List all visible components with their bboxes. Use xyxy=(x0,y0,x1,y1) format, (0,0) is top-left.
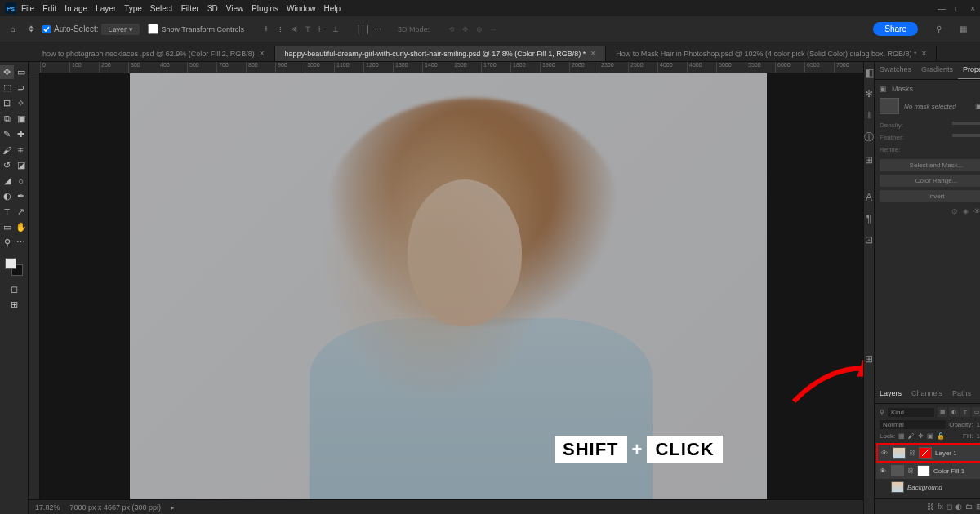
visibility-icon[interactable]: 👁 xyxy=(880,467,888,475)
align-right-icon[interactable]: ⫷ xyxy=(288,24,300,35)
load-selection-icon[interactable]: ⊙ xyxy=(951,207,958,215)
stamp-tool[interactable]: ⧧ xyxy=(14,143,28,157)
menu-layer[interactable]: Layer xyxy=(96,4,116,13)
zoom-tool[interactable]: ⚲ xyxy=(0,236,14,250)
menu-edit[interactable]: Edit xyxy=(42,4,56,13)
eyedropper-tool[interactable]: ✎ xyxy=(0,127,14,141)
tab-paths[interactable]: Paths xyxy=(947,386,976,403)
3d-dolly-icon[interactable]: ⊕ xyxy=(474,24,485,35)
add-mask-icon[interactable]: ◻ xyxy=(947,503,952,511)
visibility-icon[interactable]: 👁 xyxy=(881,450,889,457)
move-tool[interactable]: ✥ xyxy=(0,65,14,79)
layer-item-layer1[interactable]: 👁 ⛓ Layer 1 xyxy=(876,443,980,463)
menu-help[interactable]: Help xyxy=(324,4,341,13)
paragraph-panel-icon[interactable]: ¶ xyxy=(866,213,871,224)
3d-orbit-icon[interactable]: ⟲ xyxy=(446,24,457,35)
show-transform-checkbox[interactable] xyxy=(148,24,158,34)
menu-view[interactable]: View xyxy=(226,4,244,13)
edit-toolbar[interactable]: ⋯ xyxy=(14,236,28,250)
tab-channels[interactable]: Channels xyxy=(906,386,947,403)
align-top-icon[interactable]: ⊤ xyxy=(302,24,314,35)
filter-kind-dropdown[interactable]: Kind xyxy=(888,408,934,417)
adjustments-panel-icon[interactable]: ✻ xyxy=(865,88,873,100)
histogram-panel-icon[interactable]: ⫴ xyxy=(867,109,871,121)
actions-panel-icon[interactable]: ⊞ xyxy=(865,353,873,365)
lock-all-icon[interactable]: 🔒 xyxy=(937,432,945,440)
layer-item-background[interactable]: Background 🔒 xyxy=(876,479,980,495)
menu-plugins[interactable]: Plugins xyxy=(252,4,278,13)
opacity-value[interactable]: 100% xyxy=(977,421,980,428)
eraser-tool[interactable]: ◪ xyxy=(14,158,28,172)
layer-mask-thumb[interactable] xyxy=(917,465,930,476)
new-layer-icon[interactable]: ⊞ xyxy=(976,503,980,511)
glyphs-panel-icon[interactable]: ⊡ xyxy=(865,234,873,246)
align-left-icon[interactable]: ⫵ xyxy=(261,24,272,35)
minimize-icon[interactable]: — xyxy=(938,4,946,13)
shape-tool[interactable]: ▭ xyxy=(0,220,14,234)
align-center-h-icon[interactable]: ⫶ xyxy=(274,24,286,35)
filter-icon[interactable]: ⚲ xyxy=(880,409,884,416)
history-brush-tool[interactable]: ↺ xyxy=(0,158,14,172)
blend-mode-dropdown[interactable]: Normal xyxy=(880,420,946,429)
document-tab-2[interactable]: How to Mask Hair in Photoshop.psd @ 102%… xyxy=(606,46,937,61)
layer-name[interactable]: Layer 1 xyxy=(935,450,957,457)
apply-mask-icon[interactable]: ◈ xyxy=(963,207,969,215)
auto-select-checkbox[interactable] xyxy=(42,25,51,33)
maximize-icon[interactable]: □ xyxy=(956,4,960,13)
pen-tool[interactable]: ✒ xyxy=(14,189,28,203)
filter-pixel-icon[interactable]: ▦ xyxy=(938,407,947,417)
invert-button[interactable]: Invert xyxy=(880,190,980,202)
auto-select-dropdown[interactable]: Layer ▾ xyxy=(101,24,139,35)
add-pixel-mask-icon[interactable]: ▣ xyxy=(975,102,980,110)
tab-close-icon[interactable]: × xyxy=(260,49,265,58)
mask-thumbnail[interactable] xyxy=(880,98,899,114)
status-chevron-icon[interactable]: ▸ xyxy=(171,503,175,512)
disable-mask-icon[interactable]: 👁 xyxy=(973,207,980,215)
layer-thumb[interactable] xyxy=(891,481,904,493)
workspace-icon[interactable]: ▦ xyxy=(957,24,969,35)
group-icon[interactable]: 🗀 xyxy=(965,503,973,511)
tab-close-icon[interactable]: × xyxy=(922,49,927,58)
selection-tool[interactable]: ⊡ xyxy=(0,96,14,110)
link-layers-icon[interactable]: ⛓ xyxy=(927,503,934,511)
character-panel-icon[interactable]: A xyxy=(866,192,872,203)
heal-tool[interactable]: ✚ xyxy=(14,127,28,141)
feather-slider[interactable] xyxy=(952,134,980,137)
adjustment-layer-icon[interactable]: ◐ xyxy=(956,503,962,511)
lasso-tool[interactable]: ⊃ xyxy=(14,81,28,95)
filter-type-icon[interactable]: T xyxy=(960,407,970,417)
menu-3d[interactable]: 3D xyxy=(207,4,218,13)
color-range-button[interactable]: Color Range... xyxy=(880,175,980,187)
quick-mask-icon[interactable]: ◻ xyxy=(7,282,21,296)
menu-file[interactable]: File xyxy=(21,4,34,13)
color-swatch[interactable] xyxy=(5,258,23,276)
lock-transparent-icon[interactable]: ▦ xyxy=(898,432,905,440)
viewport[interactable]: SHIFT + CLICK xyxy=(40,73,863,499)
tab-layers[interactable]: Layers xyxy=(875,386,906,403)
3d-pan-icon[interactable]: ✥ xyxy=(460,24,471,35)
menu-filter[interactable]: Filter xyxy=(181,4,199,13)
3d-slide-icon[interactable]: ↔ xyxy=(488,24,499,35)
blur-tool[interactable]: ○ xyxy=(14,174,28,188)
color-panel-icon[interactable]: ◧ xyxy=(865,67,874,78)
tab-close-icon[interactable]: × xyxy=(590,49,595,58)
artboard-tool[interactable]: ▭ xyxy=(14,65,28,79)
layer-name[interactable]: Color Fill 1 xyxy=(933,467,964,475)
more-align-icon[interactable]: ⋯ xyxy=(372,24,383,35)
layer-thumb[interactable] xyxy=(893,447,906,459)
layer-thumb[interactable] xyxy=(891,465,904,476)
lock-position-icon[interactable]: ✥ xyxy=(918,432,924,440)
distribute-h-icon[interactable]: │││ xyxy=(358,24,369,35)
brush-tool[interactable]: 🖌 xyxy=(0,143,14,157)
filter-shape-icon[interactable]: ▭ xyxy=(972,407,980,417)
frame-tool[interactable]: ▣ xyxy=(14,112,28,126)
libraries-panel-icon[interactable]: ⊞ xyxy=(865,154,873,166)
lock-artboard-icon[interactable]: ▣ xyxy=(927,432,933,440)
tab-gradients[interactable]: Gradients xyxy=(916,62,958,79)
tab-swatches[interactable]: Swatches xyxy=(875,62,916,79)
align-bottom-icon[interactable]: ⊥ xyxy=(330,24,341,35)
layer-mask-thumb[interactable] xyxy=(919,447,932,459)
home-icon[interactable]: ⌂ xyxy=(7,23,20,36)
menu-window[interactable]: Window xyxy=(287,4,316,13)
dodge-tool[interactable]: ◐ xyxy=(0,189,14,203)
